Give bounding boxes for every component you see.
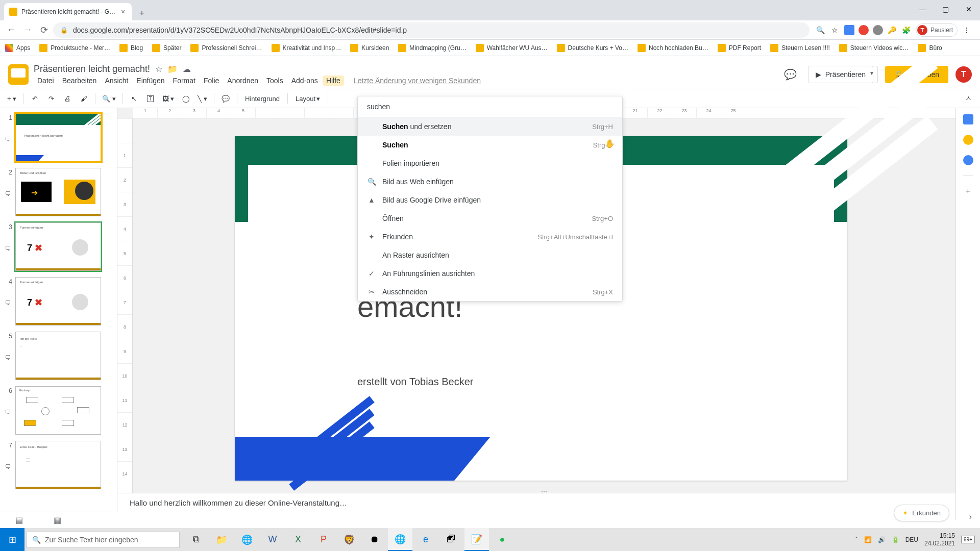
menu-anordnen[interactable]: Anordnen: [224, 76, 262, 86]
ext-icon-1[interactable]: [844, 25, 854, 35]
bookmark-item[interactable]: Steuern Lesen !!!!: [770, 44, 830, 52]
close-tab-icon[interactable]: ×: [119, 8, 127, 15]
bookmark-item[interactable]: Büro: [918, 44, 942, 52]
explore-button[interactable]: ✦ Erkunden: [894, 505, 949, 521]
brave-icon[interactable]: 🦁: [337, 528, 361, 551]
bookmark-item[interactable]: Deutsche Kurs + Vo…: [557, 44, 628, 52]
menu-ansicht[interactable]: Ansicht: [101, 76, 132, 86]
slides-logo-icon[interactable]: [8, 64, 29, 85]
new-slide-button[interactable]: + ▾: [5, 92, 18, 105]
comment-button[interactable]: 💬: [219, 92, 232, 105]
move-icon[interactable]: 📁: [167, 64, 178, 74]
explorer-icon[interactable]: 📁: [209, 528, 234, 551]
wifi-icon[interactable]: 📶: [864, 536, 872, 543]
document-title[interactable]: Präsentieren leicht gemacht!: [34, 64, 150, 74]
cloud-icon[interactable]: ☁: [183, 64, 191, 74]
app-icon[interactable]: 🌐: [235, 528, 259, 551]
account-avatar[interactable]: T: [955, 66, 972, 83]
bookmark-item[interactable]: PDF Report: [718, 44, 761, 52]
excel-icon[interactable]: X: [286, 528, 310, 551]
star-icon[interactable]: ☆: [830, 25, 840, 35]
bookmark-item[interactable]: Professionell Schrei…: [190, 44, 262, 52]
expand-side-panel-icon[interactable]: ›: [969, 512, 972, 521]
menu-datei[interactable]: Datei: [34, 76, 58, 86]
menu-format[interactable]: Format: [169, 76, 199, 86]
slide-thumb-7[interactable]: Erste Folie - Bespiel ——————: [15, 441, 101, 489]
filmstrip[interactable]: 1🗨 Präsentieren leicht gemacht! 2🗨 Bilde…: [0, 108, 117, 520]
address-bar[interactable]: 🔒 docs.google.com/presentation/d/1yV372S…: [53, 22, 810, 38]
comments-icon[interactable]: 💬: [780, 64, 801, 85]
notes-resize-handle[interactable]: [536, 491, 552, 495]
menu-tools[interactable]: Tools: [263, 76, 287, 86]
bookmark-item[interactable]: Später: [152, 44, 181, 52]
redo-button[interactable]: ↷: [44, 92, 58, 105]
present-button[interactable]: ▶ Präsentieren: [808, 66, 873, 83]
task-view-icon[interactable]: ⧉: [184, 528, 208, 551]
help-search-result[interactable]: ▲Bild aus Google Drive einfügen: [358, 191, 622, 209]
line-tool[interactable]: ╲ ▾: [195, 92, 209, 105]
help-search-result[interactable]: ✓An Führungslinien ausrichten: [358, 264, 622, 283]
notes-text[interactable]: Hallo und herzlich willkommen zu dieser …: [130, 498, 347, 507]
help-search-result[interactable]: ✦ErkundenStrg+Alt+Umschalttaste+I: [358, 228, 622, 246]
forward-button[interactable]: →: [20, 23, 35, 37]
filmstrip-view-icon[interactable]: ▤: [15, 515, 23, 525]
shape-tool[interactable]: ◯: [179, 92, 192, 105]
chrome-icon[interactable]: 🌐: [388, 528, 412, 551]
ext-icon-4[interactable]: 🔑: [887, 25, 897, 35]
notifications-icon[interactable]: 99+: [961, 536, 975, 543]
help-search-result[interactable]: Folien importieren: [358, 154, 622, 172]
tasks-icon[interactable]: [963, 155, 973, 165]
menu-addons[interactable]: Add-ons: [288, 76, 322, 86]
ext-icon-2[interactable]: [859, 25, 869, 35]
slide-thumb-1[interactable]: Präsentieren leicht gemacht!: [15, 113, 101, 162]
present-dropdown[interactable]: ▼: [866, 66, 878, 83]
close-window-icon[interactable]: ✕: [957, 0, 980, 18]
minimize-icon[interactable]: —: [911, 0, 934, 18]
help-search-result[interactable]: ✂AusschneidenStrg+X: [358, 283, 622, 301]
layout-button[interactable]: Layout ▾: [292, 92, 323, 105]
tray-expand-icon[interactable]: ˄: [855, 536, 858, 543]
browser-tab[interactable]: Präsentieren leicht gemacht! - G… ×: [4, 3, 132, 20]
ext-icon-3[interactable]: [873, 25, 883, 35]
menu-einfuegen[interactable]: Einfügen: [133, 76, 168, 86]
help-search-result[interactable]: An Raster ausrichten: [358, 246, 622, 264]
notepad-icon[interactable]: 📝: [464, 528, 489, 551]
star-icon[interactable]: ☆: [155, 64, 162, 74]
slide-thumb-4[interactable]: Formen einfügen 7 ✖: [15, 277, 101, 325]
menu-bearbeiten[interactable]: Bearbeiten: [59, 76, 101, 86]
word-icon[interactable]: W: [260, 528, 285, 551]
zoom-button[interactable]: 🔍 ▾: [100, 92, 118, 105]
reload-button[interactable]: ⟳: [37, 23, 51, 37]
speaker-notes[interactable]: Hallo und herzlich willkommen zu dieser …: [117, 493, 955, 521]
bookmark-item[interactable]: Kreativität und Insp…: [272, 44, 341, 52]
paint-format-button[interactable]: 🖌: [77, 92, 90, 105]
chrome-menu-icon[interactable]: ⋮: [962, 25, 972, 35]
bookmark-item[interactable]: Noch hochladen Bu…: [638, 44, 708, 52]
slide-subtitle-text[interactable]: erstellt von Tobias Becker: [357, 376, 474, 388]
start-button[interactable]: ⊞: [0, 528, 24, 551]
help-search-result[interactable]: 🔍Bild aus Web einfügen: [358, 172, 622, 191]
bookmark-apps[interactable]: Apps: [5, 44, 30, 52]
edge-icon[interactable]: e: [413, 528, 438, 551]
image-tool[interactable]: 🖼 ▾: [160, 92, 177, 105]
slide-thumb-3[interactable]: Formen einfügen 7 ✖: [15, 222, 101, 271]
spotify-icon[interactable]: ●: [490, 528, 514, 551]
calendar-icon[interactable]: [963, 114, 973, 124]
zoom-icon[interactable]: 🔍: [816, 25, 826, 35]
help-search-result[interactable]: ÖffnenStrg+O: [358, 209, 622, 228]
app-icon-2[interactable]: 🗊: [439, 528, 463, 551]
bookmark-item[interactable]: Mindmapping (Gru…: [398, 44, 466, 52]
obs-icon[interactable]: ⏺: [362, 528, 387, 551]
textbox-tool[interactable]: 🅃: [144, 92, 157, 105]
last-change-link[interactable]: Letzte Änderung vor wenigen Sekunden: [350, 76, 484, 86]
help-search-result[interactable]: Suchen und ersetzenStrg+H: [358, 117, 622, 136]
battery-icon[interactable]: 🔋: [892, 536, 899, 543]
menu-folie[interactable]: Folie: [200, 76, 223, 86]
collapse-toolbar-icon[interactable]: ㅅ: [962, 92, 975, 105]
extensions-icon[interactable]: 🧩: [901, 25, 912, 35]
maximize-icon[interactable]: ▢: [934, 0, 957, 18]
clock[interactable]: 15:15 24.02.2021: [924, 532, 955, 547]
help-search-input[interactable]: suchen: [358, 96, 622, 117]
grid-view-icon[interactable]: ▦: [54, 515, 61, 525]
slide-thumb-2[interactable]: Bilder und Grafiken ➔: [15, 168, 101, 216]
